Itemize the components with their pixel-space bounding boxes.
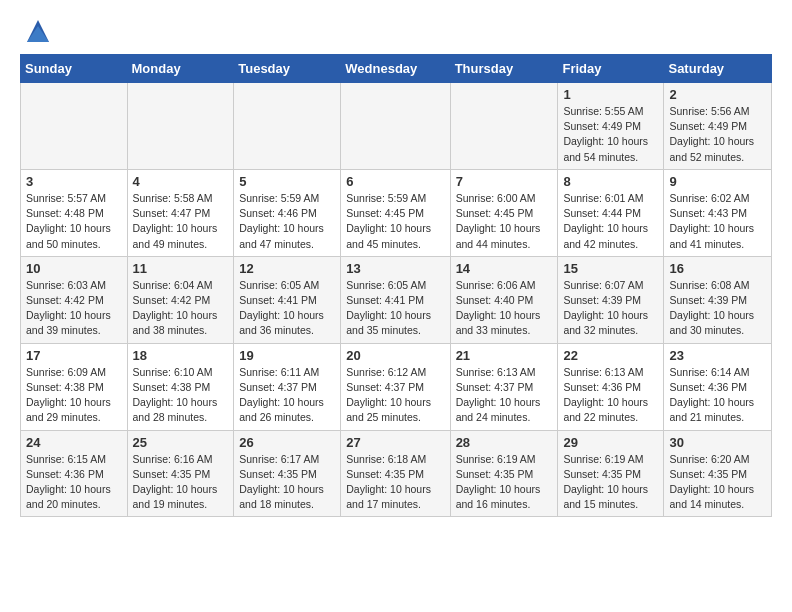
day-info: Sunrise: 6:19 AM Sunset: 4:35 PM Dayligh…: [456, 452, 553, 513]
day-number: 25: [133, 435, 229, 450]
day-info: Sunrise: 6:02 AM Sunset: 4:43 PM Dayligh…: [669, 191, 766, 252]
calendar-header: SundayMondayTuesdayWednesdayThursdayFrid…: [21, 55, 772, 83]
day-info: Sunrise: 6:08 AM Sunset: 4:39 PM Dayligh…: [669, 278, 766, 339]
calendar-week-5: 24Sunrise: 6:15 AM Sunset: 4:36 PM Dayli…: [21, 430, 772, 517]
column-header-monday: Monday: [127, 55, 234, 83]
day-info: Sunrise: 6:12 AM Sunset: 4:37 PM Dayligh…: [346, 365, 444, 426]
day-number: 7: [456, 174, 553, 189]
day-info: Sunrise: 6:18 AM Sunset: 4:35 PM Dayligh…: [346, 452, 444, 513]
day-info: Sunrise: 6:16 AM Sunset: 4:35 PM Dayligh…: [133, 452, 229, 513]
day-info: Sunrise: 6:03 AM Sunset: 4:42 PM Dayligh…: [26, 278, 122, 339]
day-number: 24: [26, 435, 122, 450]
day-info: Sunrise: 6:14 AM Sunset: 4:36 PM Dayligh…: [669, 365, 766, 426]
day-number: 4: [133, 174, 229, 189]
calendar-cell: 11Sunrise: 6:04 AM Sunset: 4:42 PM Dayli…: [127, 256, 234, 343]
calendar-container: SundayMondayTuesdayWednesdayThursdayFrid…: [0, 54, 792, 527]
calendar-cell: 13Sunrise: 6:05 AM Sunset: 4:41 PM Dayli…: [341, 256, 450, 343]
day-number: 5: [239, 174, 335, 189]
calendar-cell: 30Sunrise: 6:20 AM Sunset: 4:35 PM Dayli…: [664, 430, 772, 517]
calendar-cell: 18Sunrise: 6:10 AM Sunset: 4:38 PM Dayli…: [127, 343, 234, 430]
day-number: 16: [669, 261, 766, 276]
day-info: Sunrise: 6:07 AM Sunset: 4:39 PM Dayligh…: [563, 278, 658, 339]
day-info: Sunrise: 6:15 AM Sunset: 4:36 PM Dayligh…: [26, 452, 122, 513]
calendar-cell: 29Sunrise: 6:19 AM Sunset: 4:35 PM Dayli…: [558, 430, 664, 517]
calendar-cell: 28Sunrise: 6:19 AM Sunset: 4:35 PM Dayli…: [450, 430, 558, 517]
day-info: Sunrise: 5:59 AM Sunset: 4:45 PM Dayligh…: [346, 191, 444, 252]
day-info: Sunrise: 5:55 AM Sunset: 4:49 PM Dayligh…: [563, 104, 658, 165]
calendar-cell: [341, 83, 450, 170]
day-info: Sunrise: 6:20 AM Sunset: 4:35 PM Dayligh…: [669, 452, 766, 513]
calendar-cell: [234, 83, 341, 170]
day-info: Sunrise: 6:13 AM Sunset: 4:37 PM Dayligh…: [456, 365, 553, 426]
logo: [20, 16, 53, 46]
calendar-cell: 1Sunrise: 5:55 AM Sunset: 4:49 PM Daylig…: [558, 83, 664, 170]
calendar-cell: 3Sunrise: 5:57 AM Sunset: 4:48 PM Daylig…: [21, 169, 128, 256]
calendar-cell: 10Sunrise: 6:03 AM Sunset: 4:42 PM Dayli…: [21, 256, 128, 343]
svg-marker-1: [27, 26, 49, 42]
calendar-cell: 14Sunrise: 6:06 AM Sunset: 4:40 PM Dayli…: [450, 256, 558, 343]
day-number: 11: [133, 261, 229, 276]
calendar-cell: 2Sunrise: 5:56 AM Sunset: 4:49 PM Daylig…: [664, 83, 772, 170]
day-number: 8: [563, 174, 658, 189]
day-number: 3: [26, 174, 122, 189]
day-info: Sunrise: 6:05 AM Sunset: 4:41 PM Dayligh…: [239, 278, 335, 339]
calendar-cell: 17Sunrise: 6:09 AM Sunset: 4:38 PM Dayli…: [21, 343, 128, 430]
day-info: Sunrise: 6:09 AM Sunset: 4:38 PM Dayligh…: [26, 365, 122, 426]
day-info: Sunrise: 5:57 AM Sunset: 4:48 PM Dayligh…: [26, 191, 122, 252]
day-info: Sunrise: 6:01 AM Sunset: 4:44 PM Dayligh…: [563, 191, 658, 252]
day-info: Sunrise: 6:13 AM Sunset: 4:36 PM Dayligh…: [563, 365, 658, 426]
day-number: 23: [669, 348, 766, 363]
column-header-sunday: Sunday: [21, 55, 128, 83]
calendar-cell: 16Sunrise: 6:08 AM Sunset: 4:39 PM Dayli…: [664, 256, 772, 343]
calendar-cell: 25Sunrise: 6:16 AM Sunset: 4:35 PM Dayli…: [127, 430, 234, 517]
calendar-cell: 22Sunrise: 6:13 AM Sunset: 4:36 PM Dayli…: [558, 343, 664, 430]
day-number: 30: [669, 435, 766, 450]
calendar-cell: 4Sunrise: 5:58 AM Sunset: 4:47 PM Daylig…: [127, 169, 234, 256]
day-info: Sunrise: 5:59 AM Sunset: 4:46 PM Dayligh…: [239, 191, 335, 252]
column-header-wednesday: Wednesday: [341, 55, 450, 83]
day-number: 29: [563, 435, 658, 450]
day-info: Sunrise: 6:06 AM Sunset: 4:40 PM Dayligh…: [456, 278, 553, 339]
calendar-cell: 8Sunrise: 6:01 AM Sunset: 4:44 PM Daylig…: [558, 169, 664, 256]
calendar-week-1: 1Sunrise: 5:55 AM Sunset: 4:49 PM Daylig…: [21, 83, 772, 170]
calendar-week-2: 3Sunrise: 5:57 AM Sunset: 4:48 PM Daylig…: [21, 169, 772, 256]
day-info: Sunrise: 6:19 AM Sunset: 4:35 PM Dayligh…: [563, 452, 658, 513]
day-number: 9: [669, 174, 766, 189]
calendar-week-4: 17Sunrise: 6:09 AM Sunset: 4:38 PM Dayli…: [21, 343, 772, 430]
day-number: 13: [346, 261, 444, 276]
calendar-cell: 12Sunrise: 6:05 AM Sunset: 4:41 PM Dayli…: [234, 256, 341, 343]
calendar-cell: 9Sunrise: 6:02 AM Sunset: 4:43 PM Daylig…: [664, 169, 772, 256]
calendar-week-3: 10Sunrise: 6:03 AM Sunset: 4:42 PM Dayli…: [21, 256, 772, 343]
day-number: 6: [346, 174, 444, 189]
calendar-cell: 27Sunrise: 6:18 AM Sunset: 4:35 PM Dayli…: [341, 430, 450, 517]
day-number: 17: [26, 348, 122, 363]
column-header-tuesday: Tuesday: [234, 55, 341, 83]
calendar-cell: 7Sunrise: 6:00 AM Sunset: 4:45 PM Daylig…: [450, 169, 558, 256]
day-info: Sunrise: 6:11 AM Sunset: 4:37 PM Dayligh…: [239, 365, 335, 426]
calendar-cell: 23Sunrise: 6:14 AM Sunset: 4:36 PM Dayli…: [664, 343, 772, 430]
day-number: 22: [563, 348, 658, 363]
day-info: Sunrise: 5:56 AM Sunset: 4:49 PM Dayligh…: [669, 104, 766, 165]
day-number: 21: [456, 348, 553, 363]
day-number: 2: [669, 87, 766, 102]
day-info: Sunrise: 6:10 AM Sunset: 4:38 PM Dayligh…: [133, 365, 229, 426]
day-info: Sunrise: 6:17 AM Sunset: 4:35 PM Dayligh…: [239, 452, 335, 513]
day-number: 14: [456, 261, 553, 276]
calendar-cell: 24Sunrise: 6:15 AM Sunset: 4:36 PM Dayli…: [21, 430, 128, 517]
day-info: Sunrise: 6:05 AM Sunset: 4:41 PM Dayligh…: [346, 278, 444, 339]
column-header-thursday: Thursday: [450, 55, 558, 83]
day-number: 12: [239, 261, 335, 276]
page-header: [0, 0, 792, 54]
calendar-body: 1Sunrise: 5:55 AM Sunset: 4:49 PM Daylig…: [21, 83, 772, 517]
calendar-cell: [21, 83, 128, 170]
calendar-cell: [127, 83, 234, 170]
calendar-cell: 26Sunrise: 6:17 AM Sunset: 4:35 PM Dayli…: [234, 430, 341, 517]
day-number: 19: [239, 348, 335, 363]
calendar-cell: 5Sunrise: 5:59 AM Sunset: 4:46 PM Daylig…: [234, 169, 341, 256]
day-info: Sunrise: 6:00 AM Sunset: 4:45 PM Dayligh…: [456, 191, 553, 252]
calendar-cell: [450, 83, 558, 170]
day-number: 18: [133, 348, 229, 363]
calendar-table: SundayMondayTuesdayWednesdayThursdayFrid…: [20, 54, 772, 517]
day-number: 1: [563, 87, 658, 102]
header-row: SundayMondayTuesdayWednesdayThursdayFrid…: [21, 55, 772, 83]
